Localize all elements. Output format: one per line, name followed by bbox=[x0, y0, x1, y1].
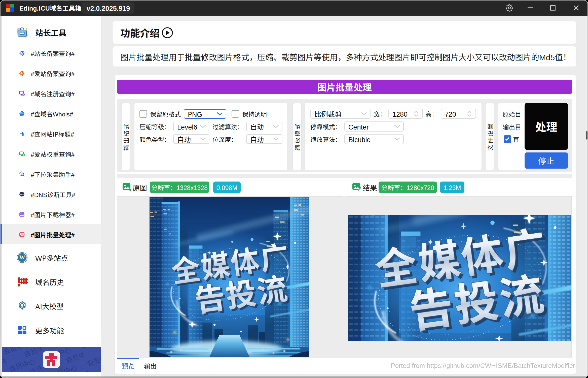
svg-text:DNS: DNS bbox=[20, 194, 23, 195]
svg-text:W: W bbox=[19, 254, 25, 261]
svg-text:WHOIS: WHOIS bbox=[20, 113, 24, 114]
svg-text:词: 词 bbox=[21, 172, 22, 175]
